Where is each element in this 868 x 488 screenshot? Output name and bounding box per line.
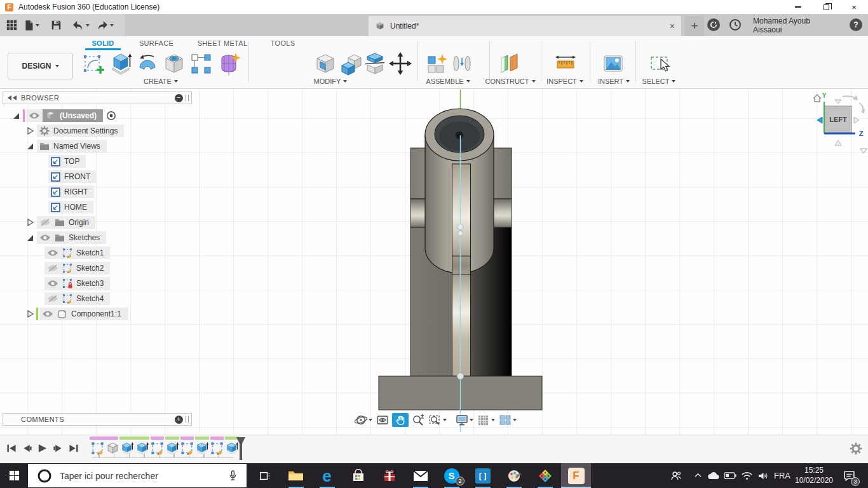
tray-language-button[interactable]: FRA (771, 463, 793, 488)
app-grid-button[interactable] (5, 18, 18, 32)
eye-icon[interactable] (47, 280, 58, 287)
collapsed-triangle-icon[interactable] (25, 309, 34, 318)
browser-panel-header[interactable]: BROWSER − (3, 92, 192, 104)
eye-icon[interactable] (29, 112, 40, 119)
create-sketch-button[interactable] (81, 51, 106, 76)
browser-row-view-home[interactable]: HOME (0, 200, 93, 214)
timeline-feature-extrude[interactable] (136, 442, 149, 455)
group-modify[interactable]: MODIFY (305, 77, 356, 86)
tab-surface[interactable]: SURFACE (133, 37, 179, 49)
expand-triangle-icon[interactable] (25, 233, 34, 242)
workspace-selector[interactable]: DESIGN (8, 53, 73, 79)
browser-row-view-right[interactable]: RIGHT (0, 185, 94, 199)
taskbar-edge[interactable]: e (312, 463, 342, 488)
axis-handle[interactable] (458, 373, 464, 379)
taskbar-photo-editor[interactable] (499, 463, 529, 488)
taskbar-brackets[interactable]: [ ] (468, 463, 498, 488)
press-pull-button[interactable] (313, 51, 338, 76)
browser-row-document-settings[interactable]: Document Settings (0, 124, 124, 138)
new-tab-button[interactable]: + (685, 16, 704, 36)
help-button[interactable]: ? (850, 18, 862, 31)
browser-row-sketches[interactable]: Sketches (0, 231, 106, 245)
timeline-step-forward-button[interactable] (52, 444, 64, 453)
grid-settings-button[interactable] (476, 412, 496, 428)
pattern-button[interactable] (188, 51, 214, 76)
eye-off-icon[interactable] (39, 219, 51, 226)
expand-triangle-icon[interactable] (11, 111, 20, 120)
undo-button[interactable] (71, 19, 91, 32)
restore-button[interactable] (812, 0, 840, 14)
root-document-item[interactable]: (Unsaved) (43, 109, 103, 122)
redo-button[interactable] (95, 19, 115, 32)
viewcube-arrow-right-icon[interactable] (854, 117, 859, 123)
tray-volume-button[interactable] (755, 463, 771, 488)
insert-image-button[interactable] (600, 51, 626, 76)
tab-tools[interactable]: TOOLS (267, 37, 299, 49)
timeline-go-end-button[interactable] (68, 444, 79, 453)
zoom-window-button[interactable] (428, 412, 447, 428)
eye-icon[interactable] (42, 310, 53, 318)
activate-radio-icon[interactable] (106, 111, 116, 121)
taskbar-skype[interactable]: S 2 (437, 463, 466, 488)
user-account-button[interactable]: Mohamed Ayoub Aissaoui (753, 14, 839, 36)
timeline-feature-extrude[interactable] (121, 442, 134, 455)
eye-icon[interactable] (47, 249, 58, 257)
joint-button[interactable] (449, 51, 475, 76)
timeline-play-button[interactable] (37, 443, 48, 454)
tray-battery-button[interactable] (722, 463, 738, 488)
timeline-step-back-button[interactable] (22, 444, 33, 453)
taskbar-search-input[interactable]: Taper ici pour rechercher (28, 464, 247, 487)
file-menu-button[interactable] (22, 18, 41, 32)
tab-solid[interactable]: SOLID (85, 37, 121, 49)
panel-grip[interactable] (186, 95, 189, 101)
combine-button[interactable] (339, 51, 365, 76)
comments-panel-header[interactable]: COMMENTS + (3, 413, 192, 426)
timeline-feature-sketch[interactable] (180, 442, 194, 455)
hole-button[interactable] (161, 51, 187, 76)
panel-grip[interactable] (186, 416, 189, 423)
timeline-feature-sketch[interactable] (151, 442, 164, 455)
start-button[interactable] (0, 463, 28, 488)
close-button[interactable]: × (840, 0, 868, 14)
zoom-button[interactable] (410, 412, 426, 428)
taskbar-design-app[interactable] (530, 463, 560, 488)
timeline-feature-extrude[interactable] (196, 442, 209, 455)
remove-panel-icon[interactable]: − (175, 94, 183, 102)
viewcube[interactable]: LEFT Y Z (807, 90, 868, 159)
display-settings-button[interactable] (454, 412, 474, 428)
browser-row-root[interactable]: (Unsaved) (0, 109, 116, 123)
group-insert[interactable]: INSERT (588, 77, 639, 86)
model-3d[interactable] (0, 89, 868, 435)
viewports-button[interactable] (498, 412, 517, 428)
tab-sheet-metal[interactable]: SHEET METAL (194, 37, 250, 49)
browser-row-named-views[interactable]: Named Views (0, 139, 107, 153)
group-inspect[interactable]: INSPECT (539, 77, 590, 86)
create-form-button[interactable] (216, 51, 241, 76)
task-view-button[interactable] (252, 463, 277, 488)
timeline-feature-extrude[interactable] (166, 442, 179, 455)
eye-icon[interactable] (39, 234, 51, 241)
eye-off-icon[interactable] (47, 264, 58, 272)
split-body-button[interactable] (362, 51, 388, 76)
select-button[interactable] (646, 51, 672, 76)
browser-row-sketch3[interactable]: Sketch3 (0, 276, 110, 290)
revolve-button[interactable] (135, 51, 160, 76)
timeline-go-start-button[interactable] (6, 444, 17, 453)
timeline-feature-sketch[interactable] (210, 442, 224, 455)
tray-onedrive-button[interactable] (705, 463, 722, 488)
construct-plane-button[interactable] (496, 51, 522, 76)
tray-wifi-button[interactable] (738, 463, 755, 488)
extrude-button[interactable] (108, 51, 133, 76)
collapsed-triangle-icon[interactable] (25, 218, 34, 227)
tray-action-center-button[interactable]: 3 (837, 463, 860, 488)
new-component-button[interactable] (424, 51, 449, 76)
look-at-button[interactable] (375, 412, 390, 428)
eye-off-icon[interactable] (47, 295, 58, 302)
group-select[interactable]: SELECT (634, 77, 684, 86)
document-tab[interactable]: Untitled* × (369, 16, 681, 36)
tray-clock-button[interactable]: 15:25 10/02/2020 (793, 463, 835, 488)
extensions-button[interactable] (707, 18, 720, 31)
browser-row-view-front[interactable]: FRONT (0, 170, 97, 184)
pan-button[interactable] (392, 413, 409, 427)
job-status-button[interactable] (729, 18, 742, 31)
